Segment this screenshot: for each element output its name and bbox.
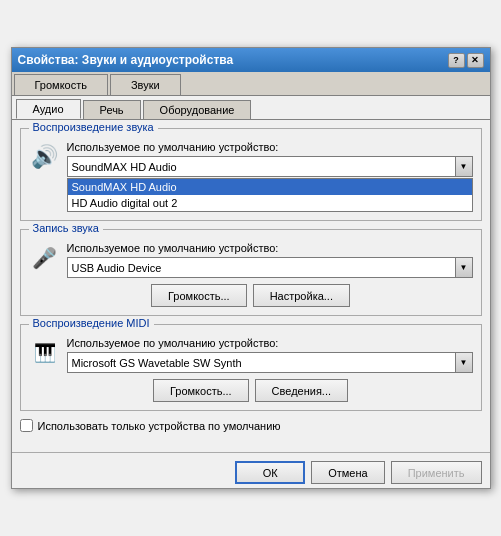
midi-playback-label: Используемое по умолчанию устройство: xyxy=(67,337,473,349)
default-only-label: Использовать только устройства по умолча… xyxy=(38,420,281,432)
midi-playback-dropdown-wrap: Microsoft GS Wavetable SW Synth ▼ xyxy=(67,352,473,373)
tab-speech[interactable]: Речь xyxy=(83,100,141,119)
apply-button[interactable]: Применить xyxy=(391,461,482,484)
sound-record-row: 🎤 Используемое по умолчанию устройство: … xyxy=(29,242,473,278)
cancel-button[interactable]: Отмена xyxy=(311,461,384,484)
sound-playback-item-2[interactable]: HD Audio digital out 2 xyxy=(68,195,472,211)
speaker-icon: 🔊 xyxy=(29,141,61,173)
sound-playback-list: SoundMAX HD Audio HD Audio digital out 2 xyxy=(67,178,473,212)
mic-icon: 🎤 xyxy=(29,242,61,274)
main-window: Свойства: Звуки и аудиоустройства ? ✕ Гр… xyxy=(11,47,491,489)
sound-playback-right: Используемое по умолчанию устройство: So… xyxy=(67,141,473,212)
sub-tab-row: Аудио Речь Оборудование xyxy=(12,96,490,120)
tab-sounds[interactable]: Звуки xyxy=(110,74,181,95)
sound-playback-label: Используемое по умолчанию устройство: xyxy=(67,141,473,153)
midi-playback-right: Используемое по умолчанию устройство: Mi… xyxy=(67,337,473,373)
midi-playback-dropdown[interactable]: Microsoft GS Wavetable SW Synth xyxy=(67,352,473,373)
midi-playback-title: Воспроизведение MIDI xyxy=(29,317,154,329)
help-button[interactable]: ? xyxy=(448,53,465,68)
title-bar-buttons: ? ✕ xyxy=(448,53,484,68)
bottom-divider xyxy=(12,452,490,453)
midi-playback-group: Воспроизведение MIDI 🎹 Используемое по у… xyxy=(20,324,482,411)
sound-record-dropdown[interactable]: USB Audio Device xyxy=(67,257,473,278)
title-bar: Свойства: Звуки и аудиоустройства ? ✕ xyxy=(12,48,490,72)
sound-playback-dropdown[interactable]: SoundMAX HD Audio xyxy=(67,156,473,177)
content-area: Воспроизведение звука 🔊 Используемое по … xyxy=(12,120,490,448)
sound-record-buttons: Громкость... Настройка... xyxy=(29,284,473,307)
sound-playback-item-1[interactable]: SoundMAX HD Audio xyxy=(68,179,472,195)
sound-playback-dropdown-wrap: SoundMAX HD Audio ▼ xyxy=(67,156,473,177)
midi-info-button[interactable]: Сведения... xyxy=(255,379,348,402)
top-tab-row: Громкость Звуки xyxy=(12,72,490,96)
sound-playback-title: Воспроизведение звука xyxy=(29,121,158,133)
sound-playback-row: 🔊 Используемое по умолчанию устройство: … xyxy=(29,141,473,212)
sound-playback-group: Воспроизведение звука 🔊 Используемое по … xyxy=(20,128,482,221)
midi-playback-row: 🎹 Используемое по умолчанию устройство: … xyxy=(29,337,473,373)
ok-button[interactable]: ОК xyxy=(235,461,305,484)
sound-record-volume-button[interactable]: Громкость... xyxy=(151,284,247,307)
midi-volume-button[interactable]: Громкость... xyxy=(153,379,249,402)
midi-icon: 🎹 xyxy=(29,337,61,369)
midi-playback-buttons: Громкость... Сведения... xyxy=(29,379,473,402)
sound-record-right: Используемое по умолчанию устройство: US… xyxy=(67,242,473,278)
sound-record-title: Запись звука xyxy=(29,222,103,234)
tab-audio[interactable]: Аудио xyxy=(16,99,81,119)
tab-volume[interactable]: Громкость xyxy=(14,74,108,95)
tab-hardware[interactable]: Оборудование xyxy=(143,100,252,119)
sound-record-label: Используемое по умолчанию устройство: xyxy=(67,242,473,254)
close-button[interactable]: ✕ xyxy=(467,53,484,68)
default-only-row: Использовать только устройства по умолча… xyxy=(20,419,482,432)
sound-record-dropdown-wrap: USB Audio Device ▼ xyxy=(67,257,473,278)
default-only-checkbox[interactable] xyxy=(20,419,33,432)
window-title: Свойства: Звуки и аудиоустройства xyxy=(18,53,234,67)
bottom-buttons: ОК Отмена Применить xyxy=(12,457,490,488)
sound-record-group: Запись звука 🎤 Используемое по умолчанию… xyxy=(20,229,482,316)
sound-record-settings-button[interactable]: Настройка... xyxy=(253,284,350,307)
